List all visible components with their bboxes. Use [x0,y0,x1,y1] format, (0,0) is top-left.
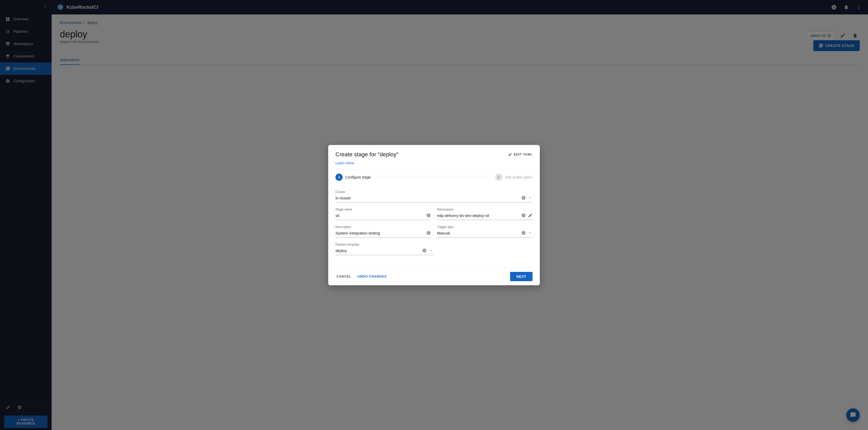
trigger-type-label: Trigger type [437,225,533,229]
form-row-desc-trigger: Description Trigger type [335,225,533,238]
form-row-stage-namespace: Stage name Namespace [335,208,533,220]
pipeline-template-input[interactable] [335,248,420,253]
trigger-type-dropdown-icon[interactable] [528,231,533,235]
pencil-icon [508,153,512,157]
description-input[interactable] [335,230,424,236]
stage-name-label: Stage name [335,208,431,211]
stepper: 1 Configure stage 2 Add quality gates [328,169,540,185]
next-button[interactable]: NEXT [510,272,533,281]
dialog-overlay: Create stage for "deploy" EDIT YAML Lear… [0,0,868,430]
namespace-input[interactable] [437,213,519,218]
dialog-footer: CANCEL UNDO CHANGES NEXT [328,267,540,285]
trigger-type-input-wrapper [437,230,533,238]
stage-name-input-wrapper [335,213,431,220]
learn-more-link[interactable]: Learn more. [335,161,355,165]
stage-name-group: Stage name [335,208,431,220]
pipeline-template-info-icon[interactable] [422,248,427,253]
stage-name-info-icon[interactable] [426,213,431,218]
namespace-info-icon[interactable] [521,213,526,218]
dialog-learn-more: Learn more. [328,161,540,169]
dialog-header: Create stage for "deploy" EDIT YAML [328,145,540,161]
description-info-icon[interactable] [426,231,431,235]
cluster-input-wrapper [335,195,533,202]
stage-name-input[interactable] [335,213,424,218]
step-2: 2 Add quality gates [495,174,533,181]
namespace-label: Namespace [437,208,533,211]
step-1: 1 Configure stage [335,174,371,181]
step-1-label: Configure stage [345,175,371,179]
cancel-button[interactable]: CANCEL [335,272,352,280]
description-group: Description [335,225,431,238]
step-2-circle: 2 [495,174,502,181]
pipeline-template-input-wrapper [335,248,433,255]
form-row-pipeline-template: Pipeline template [335,243,533,255]
pipeline-template-label: Pipeline template [335,243,433,246]
cluster-label: Cluster [335,190,533,194]
cluster-group: Cluster [335,190,533,202]
undo-changes-button[interactable]: UNDO CHANGES [356,272,388,280]
trigger-type-input[interactable] [437,230,519,236]
description-label: Description [335,225,431,229]
edit-yaml-button[interactable]: EDIT YAML [508,153,533,157]
trigger-type-group: Trigger type [437,225,533,238]
form-row-cluster: Cluster [335,190,533,202]
trigger-type-info-icon[interactable] [521,231,526,235]
pipeline-template-group: Pipeline template [335,243,433,255]
namespace-edit-icon[interactable] [528,213,533,218]
namespace-input-wrapper [437,213,533,220]
dialog-title: Create stage for "deploy" [335,151,398,158]
create-stage-dialog: Create stage for "deploy" EDIT YAML Lear… [328,145,540,285]
footer-left-actions: CANCEL UNDO CHANGES [335,272,388,280]
step-2-label: Add quality gates [505,175,533,179]
cluster-input[interactable] [335,195,519,201]
description-input-wrapper [335,230,431,238]
namespace-group: Namespace [437,208,533,220]
cluster-dropdown-icon[interactable] [528,196,533,200]
pipeline-template-dropdown-icon[interactable] [429,248,433,253]
cluster-info-icon[interactable] [521,196,526,200]
step-1-circle: 1 [335,174,343,181]
dialog-form: Cluster [328,185,540,267]
edit-yaml-label: EDIT YAML [514,153,533,156]
